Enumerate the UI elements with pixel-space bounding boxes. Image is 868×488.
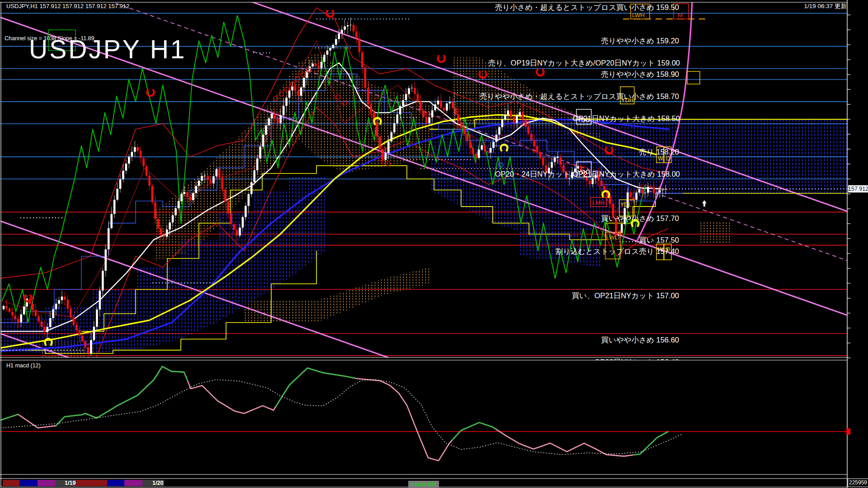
macd-line-green — [0, 366, 668, 461]
level-annotation: 売りやや小さめ・超えるとストップロス買い小さめ 158.70 — [480, 92, 679, 102]
level-annotation: OP21日NYカット大きめ 158.50 — [572, 114, 680, 124]
macd-indicator-label: H1 macd (12) — [6, 362, 41, 369]
timeline-session-segment — [3, 480, 19, 486]
timeline-session-segment — [38, 480, 56, 486]
timeline-session-segment — [124, 480, 142, 486]
level-annotation: 売りやや小さめ 159.20 — [601, 36, 679, 46]
macd-line-green — [0, 366, 668, 461]
level-annotation: 買いやや小さめ 157.70 — [601, 214, 679, 224]
level-annotation: 割り込むとストップロス売り 157.40 — [556, 247, 679, 257]
price-axis[interactable]: 159.485159.350159.215159.080158.945158.8… — [847, 0, 868, 488]
current-price-box: 157.912 — [848, 185, 868, 192]
level-annotation: 売り、OP19日NYカット大きめ/OP20日NYカット 159.00 — [488, 58, 680, 68]
level-annotation: 売り小さめ・超えるとストップロス買い小さめ 159.50 — [495, 3, 679, 13]
level-annotation: 買い、OP21日NYカット 157.00 — [572, 291, 679, 301]
timeline-date-label: 1/19 — [65, 480, 75, 486]
macd-line-pink — [0, 366, 668, 461]
timeline-session-segment — [107, 480, 124, 486]
macd-line-green — [0, 366, 668, 461]
level-annotations: 売り小さめ・超えるとストップロス買い小さめ 159.50売りやや小さめ 159.… — [0, 0, 847, 360]
level-annotation: 買い 157.50 — [639, 235, 679, 245]
macd-toggle-button[interactable]: macd ON — [408, 481, 439, 488]
timeline-session-segment — [19, 480, 38, 486]
macd-line-green — [0, 366, 668, 461]
level-annotation: 買いやや小さめ 156.60 — [601, 335, 679, 345]
macd-pane[interactable] — [0, 366, 847, 461]
timeline-session-segment — [76, 480, 107, 486]
level-annotation: 売り 158.20 — [639, 147, 679, 157]
trading-chart-window: LWHMYDHYDCWDYDCLMHYDLLWLWD USDJPY,H1 157… — [0, 0, 868, 488]
timeline-date-label: 1/20 — [152, 480, 163, 486]
macd-signal-dotted — [0, 380, 683, 455]
level-annotation: OP22日NYカット 156.40 — [594, 357, 679, 360]
level-annotation: OP20・24日NYカット/OP21日NYカット大きめ 158.00 — [495, 169, 680, 179]
macd-line-green — [0, 366, 668, 461]
level-annotation: 売りやや小さめ 158.90 — [601, 70, 679, 80]
